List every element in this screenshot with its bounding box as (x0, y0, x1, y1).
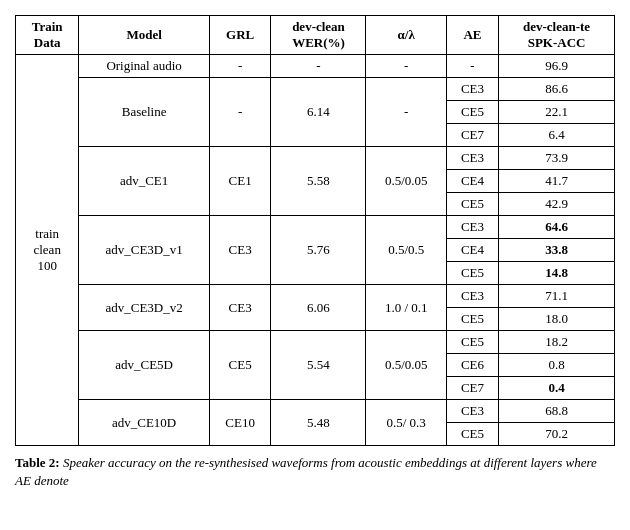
acc-cell: 14.8 (499, 262, 615, 285)
ae-cell: CE5 (446, 423, 498, 446)
acc-cell: 22.1 (499, 101, 615, 124)
wer-cell: - (271, 55, 366, 78)
ae-cell: CE3 (446, 78, 498, 101)
col-header-alpha: α/λ (366, 16, 446, 55)
grl-cell: CE10 (209, 400, 271, 446)
acc-cell: 96.9 (499, 55, 615, 78)
wer-cell: 5.54 (271, 331, 366, 400)
model-cell: adv_CE1 (79, 147, 210, 216)
ae-cell: CE5 (446, 262, 498, 285)
train-data-cell: trainclean100 (16, 55, 79, 446)
wer-cell: 5.48 (271, 400, 366, 446)
acc-cell: 6.4 (499, 124, 615, 147)
acc-cell: 0.4 (499, 377, 615, 400)
model-cell: Baseline (79, 78, 210, 147)
ae-cell: CE4 (446, 239, 498, 262)
table-caption: Table 2: Speaker accuracy on the re-synt… (15, 454, 615, 490)
model-cell: adv_CE5D (79, 331, 210, 400)
alpha-cell: 0.5/ 0.3 (366, 400, 446, 446)
ae-cell: CE5 (446, 308, 498, 331)
wer-cell: 5.76 (271, 216, 366, 285)
ae-cell: CE5 (446, 101, 498, 124)
table-row: trainclean100Original audio----96.9 (16, 55, 615, 78)
ae-cell: CE7 (446, 377, 498, 400)
acc-cell: 42.9 (499, 193, 615, 216)
ae-cell: CE4 (446, 170, 498, 193)
col-header-train-data: TrainData (16, 16, 79, 55)
table-row: Baseline-6.14-CE386.6 (16, 78, 615, 101)
col-header-acc: dev-clean-teSPK-ACC (499, 16, 615, 55)
model-cell: adv_CE3D_v2 (79, 285, 210, 331)
acc-cell: 86.6 (499, 78, 615, 101)
ae-cell: CE3 (446, 216, 498, 239)
wer-cell: 6.06 (271, 285, 366, 331)
ae-cell: - (446, 55, 498, 78)
table-row: adv_CE10DCE105.480.5/ 0.3CE368.8 (16, 400, 615, 423)
grl-cell: CE1 (209, 147, 271, 216)
table-container: TrainData Model GRL dev-cleanWER(%) α/λ … (15, 15, 615, 446)
caption-text: Speaker accuracy on the re-synthesised w… (15, 455, 597, 488)
grl-cell: - (209, 78, 271, 147)
col-header-wer: dev-cleanWER(%) (271, 16, 366, 55)
alpha-cell: - (366, 55, 446, 78)
ae-cell: CE3 (446, 400, 498, 423)
alpha-cell: 0.5/0.5 (366, 216, 446, 285)
ae-cell: CE5 (446, 331, 498, 354)
acc-cell: 73.9 (499, 147, 615, 170)
acc-cell: 33.8 (499, 239, 615, 262)
grl-cell: CE3 (209, 216, 271, 285)
ae-cell: CE7 (446, 124, 498, 147)
table-row: adv_CE1CE15.580.5/0.05CE373.9 (16, 147, 615, 170)
alpha-cell: 1.0 / 0.1 (366, 285, 446, 331)
model-cell: Original audio (79, 55, 210, 78)
caption-label: Table 2: (15, 455, 60, 470)
col-header-ae: AE (446, 16, 498, 55)
grl-cell: - (209, 55, 271, 78)
alpha-cell: - (366, 78, 446, 147)
table-row: adv_CE5DCE55.540.5/0.05CE518.2 (16, 331, 615, 354)
acc-cell: 68.8 (499, 400, 615, 423)
wer-cell: 5.58 (271, 147, 366, 216)
acc-cell: 0.8 (499, 354, 615, 377)
ae-cell: CE3 (446, 147, 498, 170)
acc-cell: 70.2 (499, 423, 615, 446)
model-cell: adv_CE10D (79, 400, 210, 446)
acc-cell: 41.7 (499, 170, 615, 193)
table-row: adv_CE3D_v2CE36.061.0 / 0.1CE371.1 (16, 285, 615, 308)
wer-cell: 6.14 (271, 78, 366, 147)
table-row: adv_CE3D_v1CE35.760.5/0.5CE364.6 (16, 216, 615, 239)
acc-cell: 18.0 (499, 308, 615, 331)
acc-cell: 64.6 (499, 216, 615, 239)
ae-cell: CE6 (446, 354, 498, 377)
acc-cell: 18.2 (499, 331, 615, 354)
grl-cell: CE5 (209, 331, 271, 400)
ae-cell: CE5 (446, 193, 498, 216)
col-header-grl: GRL (209, 16, 271, 55)
alpha-cell: 0.5/0.05 (366, 331, 446, 400)
grl-cell: CE3 (209, 285, 271, 331)
col-header-model: Model (79, 16, 210, 55)
acc-cell: 71.1 (499, 285, 615, 308)
ae-cell: CE3 (446, 285, 498, 308)
results-table: TrainData Model GRL dev-cleanWER(%) α/λ … (15, 15, 615, 446)
model-cell: adv_CE3D_v1 (79, 216, 210, 285)
alpha-cell: 0.5/0.05 (366, 147, 446, 216)
